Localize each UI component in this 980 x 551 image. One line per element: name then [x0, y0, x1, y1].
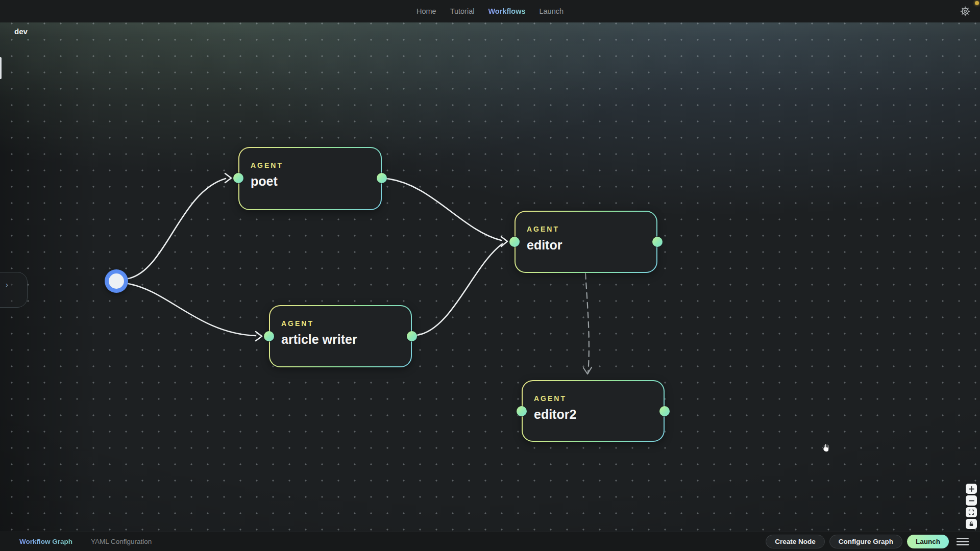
- nav-item-home[interactable]: Home: [416, 7, 436, 15]
- configure-graph-button[interactable]: Configure Graph: [829, 535, 902, 548]
- arrowhead-editor-icon: [501, 237, 507, 246]
- input-port[interactable]: [233, 173, 243, 183]
- output-port[interactable]: [659, 406, 670, 416]
- nav-item-workflows[interactable]: Workflows: [488, 7, 525, 15]
- launch-button[interactable]: Launch: [907, 535, 949, 548]
- agent-node-article-writer[interactable]: AGENT article writer: [269, 305, 412, 367]
- edge-layer: [0, 22, 980, 532]
- output-port[interactable]: [652, 237, 663, 247]
- lock-button[interactable]: [966, 519, 977, 529]
- notification-dot: [975, 1, 979, 5]
- edge-editor-editor2-dashed: [585, 273, 589, 373]
- arrowhead-editor2-icon: [583, 367, 592, 374]
- tab-workflow-graph[interactable]: Workflow Graph: [19, 538, 72, 545]
- output-port[interactable]: [377, 173, 387, 183]
- node-type-label: AGENT: [281, 319, 411, 328]
- fit-view-button[interactable]: [966, 507, 977, 517]
- start-node[interactable]: [105, 269, 128, 293]
- node-body: AGENT editor: [516, 212, 656, 272]
- node-body: AGENT article writer: [270, 306, 411, 366]
- left-edge-marker: [0, 57, 2, 79]
- toolbar-actions: Create Node Configure Graph Launch: [766, 535, 969, 548]
- node-body: AGENT editor2: [523, 381, 664, 441]
- node-title: editor: [527, 238, 656, 253]
- edge-articlewriter-editor: [417, 244, 502, 335]
- edge-start-articlewriter: [128, 284, 256, 336]
- arrowhead-articlewriter-icon: [256, 332, 262, 341]
- input-port[interactable]: [509, 237, 520, 247]
- agent-node-editor2[interactable]: AGENT editor2: [522, 380, 665, 442]
- canvas-zoom-controls: [966, 484, 977, 529]
- workflow-canvas[interactable]: dev › AGENT: [0, 22, 980, 532]
- edge-start-poet: [128, 179, 226, 279]
- node-type-label: AGENT: [534, 394, 664, 403]
- node-body: AGENT poet: [239, 148, 381, 209]
- workflow-name-label: dev: [14, 27, 28, 36]
- output-port[interactable]: [407, 331, 417, 341]
- node-type-label: AGENT: [251, 161, 381, 169]
- nav-item-launch[interactable]: Launch: [539, 7, 564, 15]
- node-title: poet: [251, 174, 381, 189]
- node-title: article writer: [281, 332, 411, 347]
- zoom-in-button[interactable]: [966, 484, 977, 494]
- zoom-out-button[interactable]: [966, 495, 977, 506]
- edge-poet-editor: [386, 179, 501, 240]
- menu-hamburger-icon[interactable]: [957, 537, 969, 546]
- create-node-button[interactable]: Create Node: [766, 535, 825, 548]
- node-title: editor2: [534, 407, 664, 422]
- bottom-toolbar: Workflow Graph YAML Configuration Create…: [0, 532, 980, 551]
- settings-gear-icon[interactable]: [960, 6, 971, 17]
- nav-item-tutorial[interactable]: Tutorial: [450, 7, 475, 15]
- node-type-label: AGENT: [527, 225, 656, 233]
- input-port[interactable]: [517, 406, 527, 416]
- agent-node-editor[interactable]: AGENT editor: [514, 211, 657, 273]
- view-tabs: Workflow Graph YAML Configuration: [19, 538, 152, 545]
- tab-yaml-configuration[interactable]: YAML Configuration: [91, 538, 152, 545]
- agent-node-poet[interactable]: AGENT poet: [238, 147, 382, 210]
- expand-panel-chevron-icon[interactable]: ›: [6, 281, 8, 288]
- input-port[interactable]: [264, 331, 274, 341]
- top-navbar: Home Tutorial Workflows Launch: [0, 0, 980, 22]
- start-node-core: [109, 273, 124, 289]
- collapsed-side-panel: [0, 272, 28, 308]
- app-window: Home Tutorial Workflows Launch dev ›: [0, 0, 980, 551]
